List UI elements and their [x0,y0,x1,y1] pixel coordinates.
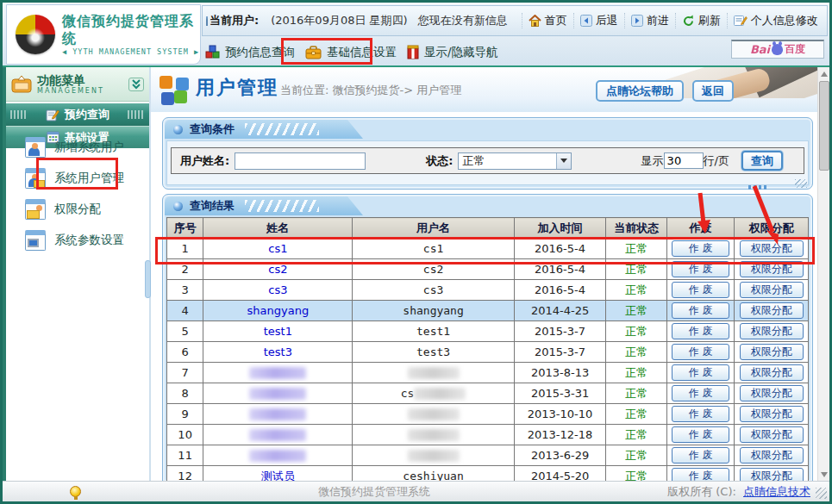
assign-permission-button[interactable]: 权限分配 [740,426,804,443]
query-results-title: 查询结果 [190,198,235,214]
assign-permission-button[interactable]: 权限分配 [740,468,804,481]
user-name-link[interactable]: cs1 [268,242,287,255]
cell-name[interactable]: test3 [203,342,353,363]
copyright-link[interactable]: 点睛信息技术 [743,485,810,498]
cell-name[interactable]: shangyang [203,301,353,321]
user-name-link[interactable]: shangyang [247,304,310,317]
assign-permission-button[interactable]: 权限分配 [740,240,804,257]
sidebar-group-reservation-query[interactable]: 预约查询 [6,103,149,126]
assign-permission-button[interactable]: 权限分配 [740,302,804,319]
window-resize-grip[interactable] [816,488,827,499]
panel-resize-dots[interactable] [748,185,767,190]
breadcrumb: 当前位置: 微信预约提货-> 用户管理 [280,83,461,98]
search-button[interactable]: 查询 [741,151,783,171]
table-row: 8cs2015-3-31正常作 废权限分配 [167,383,809,404]
cell-name[interactable]: cs2 [203,259,353,280]
forward-link[interactable]: 前进 [624,13,675,28]
cell-status: 正常 [606,239,666,259]
invalidate-button[interactable]: 作 废 [672,385,730,401]
cell-name[interactable]: cs3 [203,280,353,301]
assign-permission-button[interactable]: 权限分配 [740,406,804,422]
refresh-link[interactable]: 刷新 [675,13,727,28]
user-name-link[interactable]: 测试员 [261,470,295,482]
scroll-down-button[interactable] [818,469,830,481]
collapse-menu-button[interactable] [128,78,144,91]
cell-name[interactable]: 测试员 [203,466,353,482]
refresh-icon [682,15,695,28]
cell-join-date: 2013-8-13 [514,363,606,383]
cell-name[interactable]: test1 [203,321,353,342]
sidebar-scrollbar[interactable] [145,260,151,298]
forward-icon [631,15,643,27]
cell-no: 1 [167,239,203,259]
cell-status: 正常 [606,466,666,482]
nav-basic-settings[interactable]: 基础信息设置 [305,45,397,60]
cell-username [353,363,514,383]
rows-per-page-input[interactable] [664,152,704,169]
results-table-wrap: 序号 姓名 用户名 加入时间 当前状态 作废 权限分配 1cs1cs12016-… [166,217,809,481]
user-name-link[interactable]: test3 [264,345,292,358]
invalidate-button[interactable]: 作 废 [672,468,730,481]
message-status[interactable]: 您现在没有新信息 [418,13,508,28]
menu-icon [11,75,32,94]
rows-per-page-label: 行/页 [704,153,729,169]
redacted-text [408,408,460,420]
invalidate-button[interactable]: 作 废 [672,282,730,298]
scroll-up-button[interactable] [818,67,830,79]
home-link[interactable]: 首页 [522,13,573,28]
cell-name[interactable]: cs1 [203,239,353,259]
pencil-pad-icon [46,109,59,121]
invalidate-button[interactable]: 作 废 [672,344,730,360]
col-header-name: 姓名 [203,218,353,239]
sidebar-item-system-params[interactable]: 系统参数设置 [6,225,149,256]
table-row: 72013-8-13正常作 废权限分配 [167,363,809,383]
assign-permission-button[interactable]: 权限分配 [740,344,804,360]
invalidate-button[interactable]: 作 废 [672,447,730,464]
invalidate-button[interactable]: 作 废 [672,406,730,422]
add-user-icon [25,137,46,158]
cell-no: 7 [167,363,203,383]
invalidate-button[interactable]: 作 废 [672,240,730,257]
scrollbar-thumb[interactable] [819,81,829,171]
forum-help-button[interactable]: 点睛论坛帮助 [596,80,684,102]
edit-profile-link[interactable]: 个人信息修改 [727,13,824,28]
sidebar-item-permission[interactable]: 权限分配 [6,194,149,225]
status-select[interactable]: 正常 [458,152,572,170]
assign-permission-button[interactable]: 权限分配 [740,364,804,381]
assign-permission-button[interactable]: 权限分配 [740,261,804,277]
invalidate-button[interactable]: 作 废 [672,426,730,443]
user-name-link[interactable]: cs3 [268,283,287,296]
nav-reservation-query[interactable]: 预约信息查询 [205,45,295,60]
assign-permission-button[interactable]: 权限分配 [740,282,804,298]
username-text: test3 [416,345,450,358]
user-name-link[interactable]: test1 [264,325,292,338]
orb-icon [173,125,183,134]
user-name-input[interactable] [235,152,366,170]
back-icon [580,15,592,27]
redacted-text [249,450,306,462]
nav-toggle-navigation[interactable]: 显示/隐藏导航 [407,45,498,60]
invalidate-button[interactable]: 作 废 [672,261,730,277]
top-user-bar: 当前用户: (2016年09月08日 星期四) 您现在没有新信息 首页 [202,5,828,36]
assign-permission-button[interactable]: 权限分配 [740,385,804,401]
baidu-search-box[interactable]: Bai 百度 [731,40,824,59]
assign-permission-button[interactable]: 权限分配 [740,447,804,464]
cell-status: 正常 [606,280,666,301]
cell-invalidate: 作 废 [666,445,735,466]
return-button[interactable]: 返回 [692,80,734,102]
assign-permission-button[interactable]: 权限分配 [740,323,804,339]
invalidate-button[interactable]: 作 废 [672,364,730,381]
redacted-text [408,367,460,379]
back-link[interactable]: 后退 [573,13,624,28]
table-row: 3cs3cs32016-5-4正常作 废权限分配 [167,280,809,301]
cell-username [353,425,514,445]
content-scrollbar[interactable] [817,67,829,481]
sidebar-item-add-user[interactable]: 新增系统用户 [6,132,149,163]
sidebar-item-manage-users[interactable]: 系统用户管理 [6,163,149,194]
content-header: 用户管理 当前位置: 微信预约提货-> 用户管理 点睛论坛帮助 返回 [151,67,817,112]
user-name-link[interactable]: cs2 [268,263,287,276]
panel-resize-grip[interactable] [795,179,807,188]
exit-icon[interactable] [829,14,832,28]
invalidate-button[interactable]: 作 废 [672,302,730,319]
invalidate-button[interactable]: 作 废 [672,323,730,339]
